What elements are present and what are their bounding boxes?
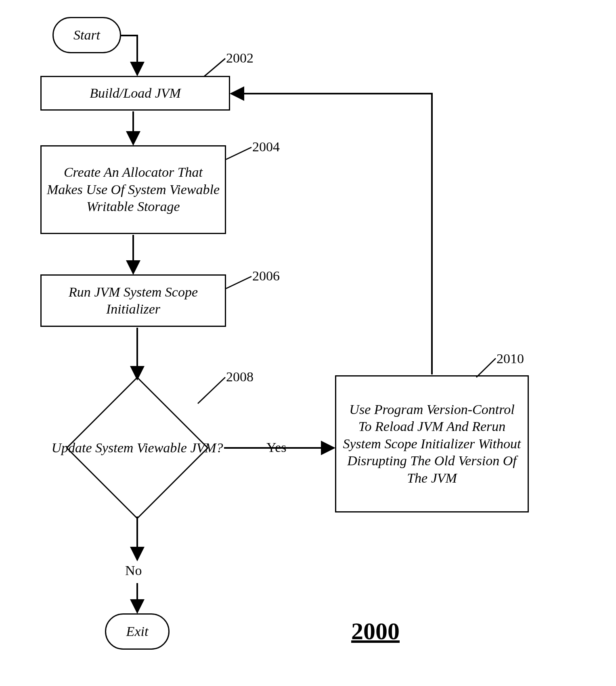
flowchart-canvas: Start Build/Load JVM Create An Allocator… [0, 0, 616, 686]
process-create-allocator: Create An Allocator That Makes Use Of Sy… [40, 145, 226, 234]
decision-update-jvm-label-wrap: Update System Viewable JVM? [48, 379, 226, 517]
figure-number: 2000 [351, 617, 400, 645]
edge-2010-back-to-2002 [231, 94, 432, 374]
process-build-load-jvm-label: Build/Load JVM [90, 85, 181, 102]
callout-2006: 2006 [252, 268, 280, 284]
leader-2004 [226, 147, 251, 159]
terminator-start-label: Start [73, 27, 100, 44]
process-build-load-jvm: Build/Load JVM [40, 76, 230, 111]
terminator-start: Start [52, 17, 121, 53]
process-create-allocator-label: Create An Allocator That Makes Use Of Sy… [46, 164, 220, 215]
callout-2010: 2010 [497, 351, 524, 366]
process-version-control-label: Use Program Version-Control To Reload JV… [341, 401, 523, 487]
process-version-control: Use Program Version-Control To Reload JV… [335, 375, 529, 512]
process-run-initializer: Run JVM System Scope Initializer [40, 274, 226, 327]
leader-2002 [204, 59, 225, 77]
edge-label-no: No [125, 563, 142, 578]
callout-2008: 2008 [226, 369, 254, 385]
process-run-initializer-label: Run JVM System Scope Initializer [46, 284, 220, 318]
terminator-exit: Exit [105, 613, 170, 650]
terminator-exit-label: Exit [126, 623, 149, 640]
decision-update-jvm: Update System Viewable JVM? [48, 379, 226, 517]
callout-2002: 2002 [226, 50, 254, 66]
decision-update-jvm-label: Update System Viewable JVM? [51, 439, 223, 457]
edge-start-to-2002 [121, 36, 137, 75]
callout-2004: 2004 [252, 139, 280, 155]
edge-label-yes: Yes [266, 440, 286, 455]
leader-2010 [476, 358, 496, 377]
leader-2006 [226, 276, 251, 289]
